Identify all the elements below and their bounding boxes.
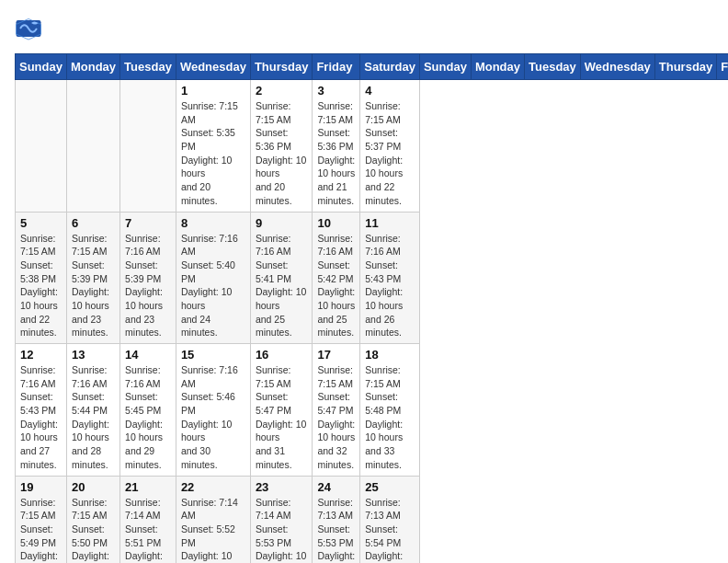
day-number: 23: [256, 480, 308, 494]
day-info: Sunrise: 7:15 AM Sunset: 5:37 PM Dayligh…: [365, 99, 415, 208]
weekday-header-wednesday: Wednesday: [580, 54, 654, 80]
day-number: 2: [256, 84, 308, 98]
weekday-header-thursday: Thursday: [654, 54, 717, 80]
calendar-week-row: 5Sunrise: 7:15 AM Sunset: 5:38 PM Daylig…: [16, 212, 729, 344]
day-number: 9: [256, 216, 308, 230]
day-info: Sunrise: 7:14 AM Sunset: 5:52 PM Dayligh…: [181, 496, 245, 564]
day-number: 17: [317, 348, 355, 362]
calendar-day-17: 17Sunrise: 7:15 AM Sunset: 5:47 PM Dayli…: [313, 344, 360, 477]
day-number: 18: [365, 348, 415, 362]
calendar-empty-cell: [16, 80, 67, 213]
calendar-empty-cell: [66, 80, 119, 213]
calendar-day-7: 7Sunrise: 7:16 AM Sunset: 5:39 PM Daylig…: [120, 212, 176, 344]
weekday-header-sunday: Sunday: [16, 54, 67, 80]
day-info: Sunrise: 7:16 AM Sunset: 5:43 PM Dayligh…: [20, 363, 62, 472]
day-info: Sunrise: 7:14 AM Sunset: 5:51 PM Dayligh…: [125, 496, 171, 564]
day-number: 4: [365, 84, 415, 98]
calendar-day-23: 23Sunrise: 7:14 AM Sunset: 5:53 PM Dayli…: [250, 476, 313, 563]
calendar-day-15: 15Sunrise: 7:16 AM Sunset: 5:46 PM Dayli…: [176, 344, 250, 477]
calendar-day-22: 22Sunrise: 7:14 AM Sunset: 5:52 PM Dayli…: [176, 476, 250, 563]
day-number: 16: [256, 348, 308, 362]
weekday-header-saturday: Saturday: [360, 54, 420, 80]
calendar-day-9: 9Sunrise: 7:16 AM Sunset: 5:41 PM Daylig…: [250, 212, 313, 344]
calendar-day-2: 2Sunrise: 7:15 AM Sunset: 5:36 PM Daylig…: [250, 80, 313, 213]
day-info: Sunrise: 7:16 AM Sunset: 5:42 PM Dayligh…: [317, 232, 355, 340]
day-info: Sunrise: 7:15 AM Sunset: 5:48 PM Dayligh…: [365, 363, 415, 472]
calendar-day-11: 11Sunrise: 7:16 AM Sunset: 5:43 PM Dayli…: [360, 212, 420, 344]
day-info: Sunrise: 7:16 AM Sunset: 5:40 PM Dayligh…: [181, 232, 245, 340]
day-number: 20: [72, 480, 115, 494]
calendar-day-19: 19Sunrise: 7:15 AM Sunset: 5:49 PM Dayli…: [16, 476, 67, 563]
day-number: 3: [317, 84, 355, 98]
calendar-table: SundayMondayTuesdayWednesdayThursdayFrid…: [15, 53, 728, 563]
calendar-day-3: 3Sunrise: 7:15 AM Sunset: 5:36 PM Daylig…: [313, 80, 360, 213]
calendar-empty-cell: [120, 80, 176, 213]
calendar-day-4: 4Sunrise: 7:15 AM Sunset: 5:37 PM Daylig…: [360, 80, 420, 213]
calendar-header-row: SundayMondayTuesdayWednesdayThursdayFrid…: [16, 54, 729, 80]
day-info: Sunrise: 7:13 AM Sunset: 5:54 PM Dayligh…: [365, 496, 415, 564]
calendar-day-18: 18Sunrise: 7:15 AM Sunset: 5:48 PM Dayli…: [360, 344, 420, 477]
weekday-header-friday: Friday: [313, 54, 360, 80]
day-number: 21: [125, 480, 171, 494]
day-info: Sunrise: 7:16 AM Sunset: 5:46 PM Dayligh…: [181, 363, 245, 472]
logo: [15, 15, 46, 42]
calendar-day-8: 8Sunrise: 7:16 AM Sunset: 5:40 PM Daylig…: [176, 212, 250, 344]
calendar-day-12: 12Sunrise: 7:16 AM Sunset: 5:43 PM Dayli…: [16, 344, 67, 477]
calendar-day-13: 13Sunrise: 7:16 AM Sunset: 5:44 PM Dayli…: [66, 344, 119, 477]
day-number: 12: [20, 348, 62, 362]
day-number: 25: [365, 480, 415, 494]
day-info: Sunrise: 7:16 AM Sunset: 5:45 PM Dayligh…: [125, 363, 171, 472]
calendar-day-10: 10Sunrise: 7:16 AM Sunset: 5:42 PM Dayli…: [313, 212, 360, 344]
day-info: Sunrise: 7:16 AM Sunset: 5:43 PM Dayligh…: [365, 232, 415, 340]
weekday-header-thursday: Thursday: [250, 54, 313, 80]
weekday-header-tuesday: Tuesday: [120, 54, 176, 80]
day-info: Sunrise: 7:13 AM Sunset: 5:53 PM Dayligh…: [317, 496, 355, 564]
weekday-header-friday: Friday: [717, 54, 728, 80]
calendar-week-row: 12Sunrise: 7:16 AM Sunset: 5:43 PM Dayli…: [16, 344, 729, 477]
page-header: [15, 15, 713, 42]
calendar-day-5: 5Sunrise: 7:15 AM Sunset: 5:38 PM Daylig…: [16, 212, 67, 344]
day-info: Sunrise: 7:14 AM Sunset: 5:53 PM Dayligh…: [256, 496, 308, 564]
day-number: 14: [125, 348, 171, 362]
calendar-day-21: 21Sunrise: 7:14 AM Sunset: 5:51 PM Dayli…: [120, 476, 176, 563]
day-info: Sunrise: 7:15 AM Sunset: 5:50 PM Dayligh…: [72, 496, 115, 564]
calendar-day-6: 6Sunrise: 7:15 AM Sunset: 5:39 PM Daylig…: [66, 212, 119, 344]
day-number: 15: [181, 348, 245, 362]
calendar-day-1: 1Sunrise: 7:15 AM Sunset: 5:35 PM Daylig…: [176, 80, 250, 213]
calendar-week-row: 19Sunrise: 7:15 AM Sunset: 5:49 PM Dayli…: [16, 476, 729, 563]
day-info: Sunrise: 7:15 AM Sunset: 5:47 PM Dayligh…: [317, 363, 355, 472]
day-number: 8: [181, 216, 245, 230]
day-info: Sunrise: 7:15 AM Sunset: 5:39 PM Dayligh…: [72, 232, 115, 340]
day-info: Sunrise: 7:15 AM Sunset: 5:36 PM Dayligh…: [317, 99, 355, 208]
weekday-header-tuesday: Tuesday: [525, 54, 581, 80]
calendar-day-24: 24Sunrise: 7:13 AM Sunset: 5:53 PM Dayli…: [313, 476, 360, 563]
day-number: 7: [125, 216, 171, 230]
day-number: 10: [317, 216, 355, 230]
day-info: Sunrise: 7:15 AM Sunset: 5:38 PM Dayligh…: [20, 232, 62, 340]
calendar-day-20: 20Sunrise: 7:15 AM Sunset: 5:50 PM Dayli…: [66, 476, 119, 563]
day-number: 6: [72, 216, 115, 230]
calendar-day-14: 14Sunrise: 7:16 AM Sunset: 5:45 PM Dayli…: [120, 344, 176, 477]
logo-icon: [15, 15, 42, 42]
day-number: 1: [181, 84, 245, 98]
day-info: Sunrise: 7:15 AM Sunset: 5:36 PM Dayligh…: [256, 99, 308, 208]
day-info: Sunrise: 7:16 AM Sunset: 5:39 PM Dayligh…: [125, 232, 171, 340]
weekday-header-wednesday: Wednesday: [176, 54, 250, 80]
calendar-week-row: 1Sunrise: 7:15 AM Sunset: 5:35 PM Daylig…: [16, 80, 729, 213]
day-info: Sunrise: 7:15 AM Sunset: 5:49 PM Dayligh…: [20, 496, 62, 564]
day-number: 11: [365, 216, 415, 230]
day-info: Sunrise: 7:15 AM Sunset: 5:35 PM Dayligh…: [181, 99, 245, 208]
calendar-day-16: 16Sunrise: 7:15 AM Sunset: 5:47 PM Dayli…: [250, 344, 313, 477]
day-number: 24: [317, 480, 355, 494]
weekday-header-monday: Monday: [471, 54, 524, 80]
day-number: 5: [20, 216, 62, 230]
day-info: Sunrise: 7:16 AM Sunset: 5:41 PM Dayligh…: [256, 232, 308, 340]
weekday-header-monday: Monday: [66, 54, 119, 80]
day-info: Sunrise: 7:15 AM Sunset: 5:47 PM Dayligh…: [256, 363, 308, 472]
day-number: 19: [20, 480, 62, 494]
day-info: Sunrise: 7:16 AM Sunset: 5:44 PM Dayligh…: [72, 363, 115, 472]
calendar-day-25: 25Sunrise: 7:13 AM Sunset: 5:54 PM Dayli…: [360, 476, 420, 563]
weekday-header-sunday: Sunday: [419, 54, 471, 80]
day-number: 22: [181, 480, 245, 494]
day-number: 13: [72, 348, 115, 362]
